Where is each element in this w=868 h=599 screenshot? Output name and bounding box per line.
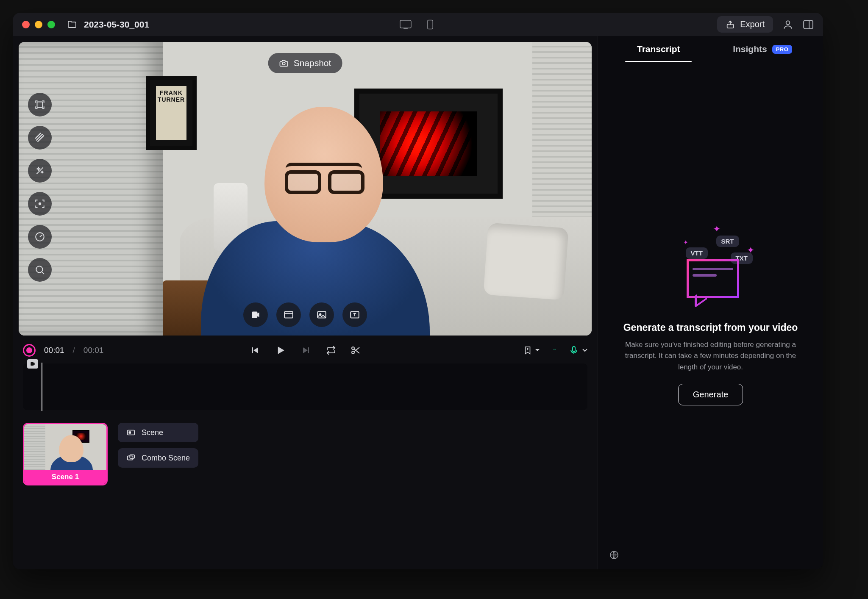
svg-point-18 (553, 349, 554, 349)
speed-tool-icon[interactable] (28, 225, 52, 249)
mobile-preview-icon[interactable] (424, 20, 436, 29)
close-window-button[interactable] (22, 21, 30, 28)
sidebar-toggle-icon[interactable] (803, 19, 814, 30)
snapshot-button[interactable]: Snapshot (268, 53, 342, 73)
language-icon[interactable] (609, 550, 619, 560)
play-button[interactable] (274, 344, 287, 357)
tab-insights[interactable]: Insights PRO (711, 36, 815, 62)
time-separator: / (73, 346, 75, 355)
project-folder-icon[interactable] (67, 19, 77, 30)
scene-card[interactable]: Scene 1 (23, 423, 108, 485)
combo-scene-icon (126, 453, 136, 463)
app-window: 2023-05-30_001 Export (13, 13, 823, 569)
chat-lines (693, 268, 733, 280)
svg-rect-1 (403, 28, 408, 29)
svg-rect-25 (130, 455, 134, 458)
chevron-down-icon (535, 349, 540, 352)
share-icon (726, 20, 735, 29)
add-scene-label: Scene (142, 428, 163, 437)
tab-transcript-label: Transcript (637, 44, 680, 54)
svg-point-9 (39, 203, 41, 205)
svg-point-11 (36, 266, 42, 272)
total-time: 00:01 (83, 346, 104, 355)
fullscreen-window-button[interactable] (47, 21, 55, 28)
video-preview[interactable]: FRANK TURNER Snapshot (19, 42, 592, 336)
camera-overlay-icon[interactable] (243, 302, 268, 327)
pro-badge: PRO (772, 45, 793, 54)
current-time: 00:01 (44, 346, 64, 355)
more-button[interactable] (549, 349, 559, 352)
scene-thumbnail (24, 424, 106, 470)
zoom-tool-icon[interactable] (28, 258, 52, 282)
desktop-preview-icon[interactable] (400, 20, 412, 29)
svg-point-4 (786, 21, 790, 25)
timeline-camera-icon (27, 359, 38, 369)
bookmark-button[interactable] (523, 346, 540, 355)
window-overlay-icon[interactable] (276, 302, 301, 327)
video-frame: FRANK TURNER (19, 42, 592, 336)
titlebar: 2023-05-30_001 Export (13, 13, 823, 36)
export-button-label: Export (740, 19, 765, 29)
window-controls (22, 21, 55, 28)
svg-point-17 (352, 351, 354, 354)
generate-button[interactable]: Generate (678, 384, 743, 405)
tab-insights-label: Insights (733, 44, 767, 54)
scene-label: Scene 1 (24, 470, 106, 484)
account-icon[interactable] (782, 19, 793, 30)
chevron-down-icon (582, 349, 587, 352)
magic-tool-icon[interactable] (28, 159, 52, 183)
sparkle-icon: ✦ (683, 239, 688, 246)
minimize-window-button[interactable] (35, 21, 42, 28)
tab-transcript[interactable]: Transcript (606, 36, 711, 62)
transcript-illustration: ✦ ✦ ✦ VTT SRT TXT (662, 226, 760, 311)
filters-tool-icon[interactable] (28, 126, 52, 150)
svg-rect-23 (129, 431, 131, 434)
playhead[interactable] (42, 363, 42, 411)
titlebar-device-icons (400, 20, 436, 29)
editor-pane: FRANK TURNER Snapshot (13, 36, 598, 569)
camera-icon (279, 58, 289, 68)
scenes-row: Scene 1 Scene Combo Scene (13, 418, 598, 496)
format-chip-vtt: VTT (686, 247, 708, 259)
svg-point-16 (352, 347, 354, 349)
svg-point-20 (555, 349, 556, 349)
add-scene-button[interactable]: Scene (118, 423, 198, 442)
panel-title: Generate a transcript from your video (623, 322, 798, 333)
export-button[interactable]: Export (717, 16, 773, 33)
svg-point-19 (554, 349, 554, 349)
svg-rect-8 (37, 102, 43, 108)
svg-rect-5 (804, 20, 813, 29)
timeline[interactable] (23, 363, 587, 410)
scene-icon (126, 428, 136, 437)
loop-button[interactable] (326, 345, 336, 355)
transcript-panel: ✦ ✦ ✦ VTT SRT TXT Generate a transcript … (598, 62, 823, 569)
snapshot-label: Snapshot (294, 58, 331, 68)
microphone-button[interactable] (569, 345, 587, 355)
record-button[interactable] (23, 344, 36, 357)
project-title: 2023-05-30_001 (84, 19, 149, 30)
text-overlay-icon[interactable] (342, 302, 367, 327)
svg-rect-0 (400, 20, 411, 28)
format-chip-srt: SRT (716, 236, 739, 247)
next-button[interactable] (301, 345, 312, 355)
generate-button-label: Generate (693, 390, 728, 399)
sparkle-icon: ✦ (713, 224, 721, 235)
sidebar-tabs: Transcript Insights PRO (598, 36, 823, 62)
playbar: 00:01 / 00:01 (13, 336, 598, 363)
prev-button[interactable] (250, 345, 260, 355)
add-combo-scene-label: Combo Scene (142, 454, 190, 463)
right-sidebar: Transcript Insights PRO ✦ ✦ ✦ VTT SRT TX… (598, 36, 823, 569)
image-overlay-icon[interactable] (309, 302, 334, 327)
center-tool-icon[interactable] (28, 192, 52, 216)
svg-rect-12 (284, 311, 293, 318)
left-tool-rail (28, 93, 52, 282)
add-combo-scene-button[interactable]: Combo Scene (118, 448, 198, 468)
panel-description: Make sure you've finished editing before… (620, 339, 802, 373)
cut-button[interactable] (351, 345, 361, 355)
frame-tool-icon[interactable] (28, 93, 52, 116)
svg-rect-21 (573, 347, 575, 352)
svg-point-7 (282, 62, 285, 65)
svg-rect-2 (428, 20, 433, 29)
overlay-toolbar (243, 302, 367, 327)
